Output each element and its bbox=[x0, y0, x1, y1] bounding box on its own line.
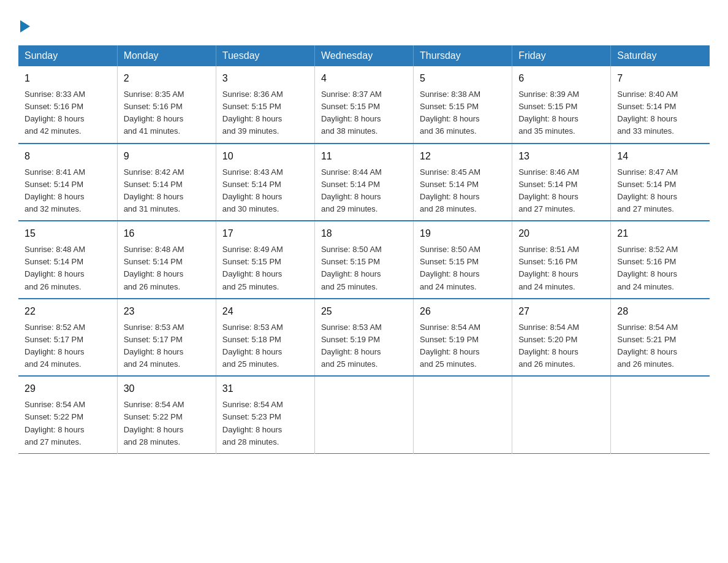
day-info: Sunrise: 8:37 AMSunset: 5:15 PMDaylight:… bbox=[321, 88, 407, 138]
day-info: Sunrise: 8:52 AMSunset: 5:16 PMDaylight:… bbox=[617, 243, 703, 293]
day-info: Sunrise: 8:54 AMSunset: 5:20 PMDaylight:… bbox=[518, 321, 604, 371]
day-number: 2 bbox=[124, 71, 210, 86]
calendar-cell: 24Sunrise: 8:53 AMSunset: 5:18 PMDayligh… bbox=[216, 299, 314, 377]
day-number: 31 bbox=[222, 381, 308, 396]
calendar-cell: 31Sunrise: 8:54 AMSunset: 5:23 PMDayligh… bbox=[216, 376, 314, 453]
calendar-cell: 27Sunrise: 8:54 AMSunset: 5:20 PMDayligh… bbox=[512, 299, 611, 377]
day-number: 3 bbox=[222, 71, 308, 86]
logo bbox=[18, 12, 30, 33]
calendar-cell: 14Sunrise: 8:47 AMSunset: 5:14 PMDayligh… bbox=[611, 144, 710, 221]
day-number: 1 bbox=[25, 71, 111, 86]
calendar-cell: 23Sunrise: 8:53 AMSunset: 5:17 PMDayligh… bbox=[117, 299, 216, 377]
header-wednesday: Wednesday bbox=[314, 45, 413, 66]
calendar-cell: 28Sunrise: 8:54 AMSunset: 5:21 PMDayligh… bbox=[611, 299, 710, 377]
day-number: 13 bbox=[518, 149, 604, 164]
day-info: Sunrise: 8:35 AMSunset: 5:16 PMDaylight:… bbox=[124, 88, 210, 138]
calendar-cell: 17Sunrise: 8:49 AMSunset: 5:15 PMDayligh… bbox=[216, 221, 314, 299]
day-info: Sunrise: 8:41 AMSunset: 5:14 PMDaylight:… bbox=[25, 166, 111, 216]
header-monday: Monday bbox=[117, 45, 216, 66]
header-tuesday: Tuesday bbox=[216, 45, 314, 66]
calendar-cell: 9Sunrise: 8:42 AMSunset: 5:14 PMDaylight… bbox=[117, 144, 216, 221]
day-number: 14 bbox=[617, 149, 703, 164]
header-friday: Friday bbox=[512, 45, 611, 66]
day-number: 17 bbox=[222, 226, 308, 241]
calendar-week-row: 22Sunrise: 8:52 AMSunset: 5:17 PMDayligh… bbox=[18, 299, 710, 377]
day-number: 7 bbox=[617, 71, 703, 86]
day-number: 5 bbox=[420, 71, 506, 86]
day-info: Sunrise: 8:47 AMSunset: 5:14 PMDaylight:… bbox=[617, 166, 703, 216]
day-number: 25 bbox=[321, 304, 407, 319]
calendar-cell: 15Sunrise: 8:48 AMSunset: 5:14 PMDayligh… bbox=[18, 221, 117, 299]
calendar-cell: 8Sunrise: 8:41 AMSunset: 5:14 PMDaylight… bbox=[18, 144, 117, 221]
calendar-cell: 1Sunrise: 8:33 AMSunset: 5:16 PMDaylight… bbox=[18, 66, 117, 144]
day-info: Sunrise: 8:48 AMSunset: 5:14 PMDaylight:… bbox=[124, 243, 210, 293]
day-number: 29 bbox=[25, 381, 111, 396]
calendar-cell: 7Sunrise: 8:40 AMSunset: 5:14 PMDaylight… bbox=[611, 66, 710, 144]
day-number: 11 bbox=[321, 149, 407, 164]
page-header bbox=[18, 12, 710, 33]
day-info: Sunrise: 8:33 AMSunset: 5:16 PMDaylight:… bbox=[25, 88, 111, 138]
calendar-cell: 3Sunrise: 8:36 AMSunset: 5:15 PMDaylight… bbox=[216, 66, 314, 144]
day-info: Sunrise: 8:50 AMSunset: 5:15 PMDaylight:… bbox=[420, 243, 506, 293]
day-info: Sunrise: 8:54 AMSunset: 5:23 PMDaylight:… bbox=[222, 399, 308, 448]
day-info: Sunrise: 8:42 AMSunset: 5:14 PMDaylight:… bbox=[124, 166, 210, 216]
day-number: 24 bbox=[222, 304, 308, 319]
calendar-cell: 29Sunrise: 8:54 AMSunset: 5:22 PMDayligh… bbox=[18, 376, 117, 453]
day-info: Sunrise: 8:38 AMSunset: 5:15 PMDaylight:… bbox=[420, 88, 506, 138]
calendar-cell: 22Sunrise: 8:52 AMSunset: 5:17 PMDayligh… bbox=[18, 299, 117, 377]
calendar-cell: 13Sunrise: 8:46 AMSunset: 5:14 PMDayligh… bbox=[512, 144, 611, 221]
day-info: Sunrise: 8:53 AMSunset: 5:17 PMDaylight:… bbox=[124, 321, 210, 371]
calendar-table: SundayMondayTuesdayWednesdayThursdayFrid… bbox=[18, 45, 710, 454]
day-number: 27 bbox=[518, 304, 604, 319]
day-number: 6 bbox=[518, 71, 604, 86]
day-number: 10 bbox=[222, 149, 308, 164]
day-number: 16 bbox=[124, 226, 210, 241]
calendar-cell: 11Sunrise: 8:44 AMSunset: 5:14 PMDayligh… bbox=[314, 144, 413, 221]
day-info: Sunrise: 8:54 AMSunset: 5:21 PMDaylight:… bbox=[617, 321, 703, 371]
day-info: Sunrise: 8:53 AMSunset: 5:19 PMDaylight:… bbox=[321, 321, 407, 371]
day-info: Sunrise: 8:54 AMSunset: 5:19 PMDaylight:… bbox=[420, 321, 506, 371]
calendar-cell bbox=[611, 376, 710, 453]
calendar-week-row: 15Sunrise: 8:48 AMSunset: 5:14 PMDayligh… bbox=[18, 221, 710, 299]
day-info: Sunrise: 8:40 AMSunset: 5:14 PMDaylight:… bbox=[617, 88, 703, 138]
calendar-cell bbox=[414, 376, 512, 453]
day-number: 9 bbox=[124, 149, 210, 164]
day-info: Sunrise: 8:54 AMSunset: 5:22 PMDaylight:… bbox=[124, 399, 210, 448]
day-info: Sunrise: 8:36 AMSunset: 5:15 PMDaylight:… bbox=[222, 88, 308, 138]
calendar-cell: 20Sunrise: 8:51 AMSunset: 5:16 PMDayligh… bbox=[512, 221, 611, 299]
calendar-cell: 16Sunrise: 8:48 AMSunset: 5:14 PMDayligh… bbox=[117, 221, 216, 299]
calendar-cell: 21Sunrise: 8:52 AMSunset: 5:16 PMDayligh… bbox=[611, 221, 710, 299]
day-number: 8 bbox=[25, 149, 111, 164]
calendar-cell: 19Sunrise: 8:50 AMSunset: 5:15 PMDayligh… bbox=[414, 221, 512, 299]
calendar-cell: 6Sunrise: 8:39 AMSunset: 5:15 PMDaylight… bbox=[512, 66, 611, 144]
logo-arrow-icon bbox=[20, 20, 30, 33]
day-number: 15 bbox=[25, 226, 111, 241]
calendar-week-row: 1Sunrise: 8:33 AMSunset: 5:16 PMDaylight… bbox=[18, 66, 710, 144]
day-info: Sunrise: 8:51 AMSunset: 5:16 PMDaylight:… bbox=[518, 243, 604, 293]
day-number: 30 bbox=[124, 381, 210, 396]
day-number: 18 bbox=[321, 226, 407, 241]
day-info: Sunrise: 8:45 AMSunset: 5:14 PMDaylight:… bbox=[420, 166, 506, 216]
calendar-cell: 12Sunrise: 8:45 AMSunset: 5:14 PMDayligh… bbox=[414, 144, 512, 221]
day-info: Sunrise: 8:46 AMSunset: 5:14 PMDaylight:… bbox=[518, 166, 604, 216]
calendar-header-row: SundayMondayTuesdayWednesdayThursdayFrid… bbox=[18, 45, 710, 66]
calendar-cell: 18Sunrise: 8:50 AMSunset: 5:15 PMDayligh… bbox=[314, 221, 413, 299]
day-info: Sunrise: 8:39 AMSunset: 5:15 PMDaylight:… bbox=[518, 88, 604, 138]
day-number: 28 bbox=[617, 304, 703, 319]
calendar-cell: 4Sunrise: 8:37 AMSunset: 5:15 PMDaylight… bbox=[314, 66, 413, 144]
calendar-week-row: 8Sunrise: 8:41 AMSunset: 5:14 PMDaylight… bbox=[18, 144, 710, 221]
calendar-cell bbox=[314, 376, 413, 453]
header-thursday: Thursday bbox=[414, 45, 512, 66]
header-sunday: Sunday bbox=[18, 45, 117, 66]
calendar-cell: 30Sunrise: 8:54 AMSunset: 5:22 PMDayligh… bbox=[117, 376, 216, 453]
day-info: Sunrise: 8:50 AMSunset: 5:15 PMDaylight:… bbox=[321, 243, 407, 293]
header-saturday: Saturday bbox=[611, 45, 710, 66]
logo-general-text bbox=[18, 12, 30, 33]
day-number: 19 bbox=[420, 226, 506, 241]
day-info: Sunrise: 8:53 AMSunset: 5:18 PMDaylight:… bbox=[222, 321, 308, 371]
calendar-cell: 5Sunrise: 8:38 AMSunset: 5:15 PMDaylight… bbox=[414, 66, 512, 144]
calendar-cell: 2Sunrise: 8:35 AMSunset: 5:16 PMDaylight… bbox=[117, 66, 216, 144]
day-info: Sunrise: 8:48 AMSunset: 5:14 PMDaylight:… bbox=[25, 243, 111, 293]
day-number: 20 bbox=[518, 226, 604, 241]
day-info: Sunrise: 8:54 AMSunset: 5:22 PMDaylight:… bbox=[25, 399, 111, 448]
